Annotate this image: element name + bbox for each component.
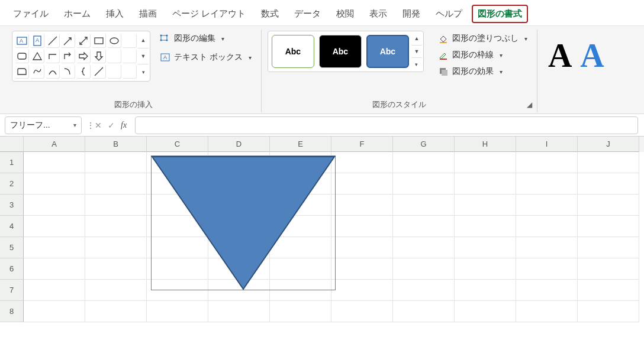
cell[interactable] <box>516 237 578 258</box>
row-header[interactable]: 6 <box>0 258 24 280</box>
style-gallery-up-button[interactable]: ▲ <box>411 33 422 45</box>
cell[interactable] <box>331 173 393 195</box>
shape-down-arrow-icon[interactable] <box>92 49 106 63</box>
shape-style-gallery[interactable]: Abc Abc Abc ▲ ▼ ▾ <box>268 31 424 72</box>
inserted-shape-triangle[interactable] <box>151 155 336 290</box>
tab-file[interactable]: ファイル <box>7 5 54 23</box>
formula-input[interactable] <box>135 116 638 134</box>
shape-effects-button[interactable]: 図形の効果 ▾ <box>434 64 531 79</box>
col-header[interactable]: H <box>455 137 516 152</box>
shape-textbox-v-icon[interactable]: A <box>30 34 44 48</box>
cell[interactable] <box>578 237 639 258</box>
tab-shape-format[interactable]: 図形の書式 <box>472 5 528 23</box>
cell[interactable] <box>85 173 147 195</box>
shape-roundrect-icon[interactable] <box>15 49 29 63</box>
cell[interactable] <box>393 258 455 280</box>
cell[interactable] <box>578 152 639 173</box>
shape-arrow-line-icon[interactable] <box>61 34 75 48</box>
cell[interactable] <box>24 216 85 237</box>
text-box-button[interactable]: A テキスト ボックス ▾ <box>156 50 255 65</box>
row-header[interactable]: 3 <box>0 195 24 216</box>
cell[interactable] <box>516 258 578 280</box>
cell[interactable] <box>147 301 208 322</box>
shape-freeform-icon[interactable] <box>30 64 44 79</box>
col-header[interactable]: I <box>516 137 578 152</box>
cell[interactable] <box>331 195 393 216</box>
tab-review[interactable]: 校閲 <box>330 5 360 23</box>
shape-tab-icon[interactable] <box>15 64 29 79</box>
col-header[interactable]: J <box>578 137 639 152</box>
tab-page-layout[interactable]: ページ レイアウト <box>166 5 252 23</box>
name-box[interactable]: フリーフ... ▾ <box>5 116 82 134</box>
cell[interactable] <box>455 301 516 322</box>
cell[interactable] <box>578 280 639 301</box>
shape-arc-icon[interactable] <box>46 64 60 79</box>
cancel-formula-button[interactable]: ✕ <box>95 121 102 130</box>
shape-fill-button[interactable]: 図形の塗りつぶし ▾ <box>434 31 531 46</box>
shape-brace-left-icon[interactable] <box>76 64 91 79</box>
row-header[interactable]: 5 <box>0 237 24 258</box>
row-header[interactable]: 1 <box>0 152 24 173</box>
row-header[interactable]: 8 <box>0 301 24 322</box>
cell[interactable] <box>85 152 147 173</box>
cell[interactable] <box>578 258 639 280</box>
cell[interactable] <box>516 301 578 322</box>
col-header[interactable]: F <box>331 137 393 152</box>
tab-help[interactable]: ヘルプ <box>430 5 468 23</box>
cell[interactable] <box>455 216 516 237</box>
shape-textbox-h-icon[interactable]: A <box>15 34 29 48</box>
cell[interactable] <box>516 280 578 301</box>
shape-triangle-icon[interactable] <box>30 49 44 63</box>
cell[interactable] <box>516 216 578 237</box>
cell[interactable] <box>578 301 639 322</box>
row-header[interactable]: 2 <box>0 173 24 195</box>
cell[interactable] <box>85 216 147 237</box>
cell[interactable] <box>393 152 455 173</box>
cell[interactable] <box>393 301 455 322</box>
tab-draw[interactable]: 描画 <box>133 5 163 23</box>
cell[interactable] <box>24 301 85 322</box>
shapes-gallery[interactable]: A A <box>12 31 150 82</box>
enter-formula-button[interactable]: ✓ <box>108 121 115 130</box>
cell[interactable] <box>516 195 578 216</box>
gallery-more-button[interactable]: ▾ <box>138 64 149 80</box>
tab-view[interactable]: 表示 <box>363 5 393 23</box>
fx-label[interactable]: fx <box>121 121 130 130</box>
col-header[interactable]: D <box>208 137 270 152</box>
name-box-dropdown-icon[interactable]: ▾ <box>73 122 76 128</box>
tab-data[interactable]: データ <box>288 5 327 23</box>
col-header[interactable]: C <box>147 137 208 152</box>
shape-oval-icon[interactable] <box>107 34 121 48</box>
shape-blank-icon[interactable] <box>107 64 121 79</box>
shape-rect-icon[interactable] <box>92 34 106 48</box>
cell[interactable] <box>331 258 393 280</box>
shape-line2-icon[interactable] <box>92 64 106 79</box>
cell[interactable] <box>24 152 85 173</box>
cell[interactable] <box>393 216 455 237</box>
wordart-preset-1[interactable]: A <box>548 37 572 74</box>
cell[interactable] <box>85 280 147 301</box>
cell[interactable] <box>393 195 455 216</box>
shape-double-arrow-icon[interactable] <box>76 34 91 48</box>
shape-outline-button[interactable]: 図形の枠線 ▾ <box>434 47 531 63</box>
cell[interactable] <box>393 173 455 195</box>
cell[interactable] <box>24 195 85 216</box>
cell[interactable] <box>393 280 455 301</box>
cell[interactable] <box>24 258 85 280</box>
cell[interactable] <box>85 195 147 216</box>
edit-shape-button[interactable]: 図形の編集 ▾ <box>156 31 255 46</box>
cell[interactable] <box>270 301 331 322</box>
row-header[interactable]: 4 <box>0 216 24 237</box>
tab-formulas[interactable]: 数式 <box>255 5 285 23</box>
cell[interactable] <box>85 258 147 280</box>
style-preset-3[interactable]: Abc <box>366 35 409 68</box>
cell[interactable] <box>578 195 639 216</box>
cell[interactable] <box>578 216 639 237</box>
shape-elbow-icon[interactable] <box>46 49 60 63</box>
shape-right-arrow-icon[interactable] <box>76 49 91 63</box>
style-gallery-more-button[interactable]: ▾ <box>411 57 422 70</box>
shape-star-icon[interactable] <box>107 49 121 63</box>
shape-elbow-arrow-icon[interactable] <box>61 49 75 63</box>
cell[interactable] <box>578 173 639 195</box>
cell[interactable] <box>516 152 578 173</box>
